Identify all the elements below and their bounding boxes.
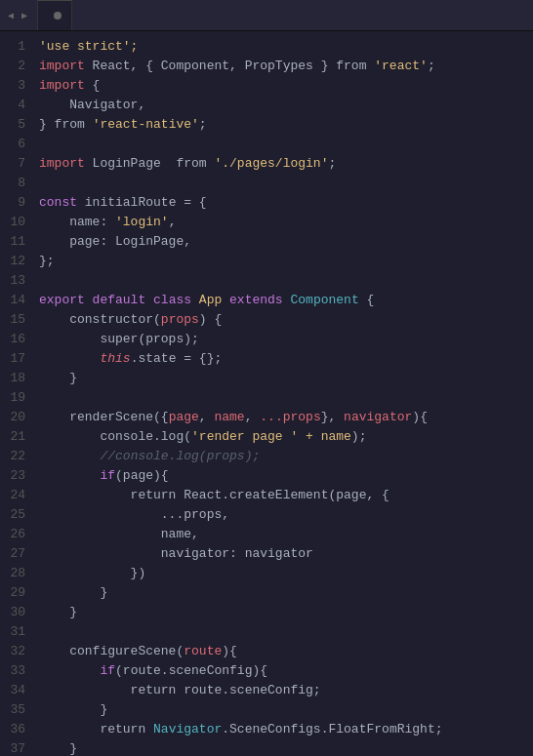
code-line: return React.createElement(page, {: [39, 486, 533, 505]
line-number: 8: [0, 174, 25, 193]
line-number: 14: [0, 291, 25, 310]
code-line: console.log('render page ' + name);: [39, 427, 533, 447]
code-line: name: 'login',: [39, 213, 533, 232]
tab-indexjs[interactable]: [37, 0, 72, 30]
line-number: 37: [0, 739, 25, 756]
code-line: }: [39, 700, 533, 720]
line-number: 27: [0, 544, 25, 564]
line-number: 22: [0, 447, 25, 466]
next-tab-arrow[interactable]: ▶: [18, 9, 31, 22]
code-line: this.state = {};: [39, 349, 533, 369]
code-line: }: [39, 603, 533, 622]
line-number: 18: [0, 369, 25, 388]
code-line: import React, { Component, PropTypes } f…: [39, 57, 533, 76]
code-line: [39, 271, 533, 291]
tab-navigation[interactable]: ◀ ▶: [4, 9, 31, 22]
code-line: [39, 622, 533, 642]
line-number: 24: [0, 486, 25, 505]
line-number: 35: [0, 700, 25, 720]
code-line: ...props,: [39, 505, 533, 525]
line-number: 26: [0, 525, 25, 544]
line-number: 1: [0, 37, 25, 57]
code-line: }: [39, 583, 533, 603]
code-line: };: [39, 252, 533, 271]
line-number: 29: [0, 583, 25, 603]
code-line: if(route.sceneConfig){: [39, 661, 533, 681]
line-number: 4: [0, 96, 25, 115]
line-number: 25: [0, 505, 25, 525]
line-number: 2: [0, 57, 25, 76]
code-line: Navigator,: [39, 96, 533, 115]
code-line: if(page){: [39, 466, 533, 486]
code-line: import LoginPage from './pages/login';: [39, 154, 533, 174]
code-area: 1234567891011121314151617181920212223242…: [0, 31, 533, 756]
line-number: 36: [0, 720, 25, 739]
code-line: 'use strict';: [39, 37, 533, 57]
line-number: 16: [0, 330, 25, 349]
code-line: page: LoginPage,: [39, 232, 533, 252]
code-line: return route.sceneConfig;: [39, 681, 533, 700]
code-line: name,: [39, 525, 533, 544]
line-number: 3: [0, 76, 25, 96]
line-number: 9: [0, 193, 25, 213]
line-numbers: 1234567891011121314151617181920212223242…: [0, 31, 35, 756]
code-line: super(props);: [39, 330, 533, 349]
line-number: 7: [0, 154, 25, 174]
line-number: 10: [0, 213, 25, 232]
code-line: import {: [39, 76, 533, 96]
line-number: 21: [0, 427, 25, 447]
line-number: 20: [0, 408, 25, 427]
code-line: return Navigator.SceneConfigs.FloatFromR…: [39, 720, 533, 739]
line-number: 28: [0, 564, 25, 583]
line-number: 32: [0, 642, 25, 661]
code-line: [39, 174, 533, 193]
editor: ◀ ▶ 123456789101112131415161718192021222…: [0, 0, 533, 756]
line-number: 30: [0, 603, 25, 622]
code-line: constructor(props) {: [39, 310, 533, 330]
tab-bar: ◀ ▶: [0, 0, 533, 31]
code-line: }: [39, 369, 533, 388]
line-number: 23: [0, 466, 25, 486]
code-line: const initialRoute = {: [39, 193, 533, 213]
line-number: 5: [0, 115, 25, 135]
prev-tab-arrow[interactable]: ◀: [4, 9, 18, 22]
code-content[interactable]: 'use strict';import React, { Component, …: [35, 31, 533, 756]
line-number: 19: [0, 388, 25, 408]
line-number: 34: [0, 681, 25, 700]
line-number: 33: [0, 661, 25, 681]
line-number: 13: [0, 271, 25, 291]
line-number: 6: [0, 135, 25, 154]
line-number: 31: [0, 622, 25, 642]
code-line: navigator: navigator: [39, 544, 533, 564]
line-number: 12: [0, 252, 25, 271]
code-line: } from 'react-native';: [39, 115, 533, 135]
tab-dot: [54, 12, 62, 20]
code-line: }): [39, 564, 533, 583]
code-line: [39, 135, 533, 154]
code-line: }: [39, 739, 533, 756]
code-line: [39, 388, 533, 408]
code-line: //console.log(props);: [39, 447, 533, 466]
code-line: export default class App extends Compone…: [39, 291, 533, 310]
code-line: configureScene(route){: [39, 642, 533, 661]
line-number: 17: [0, 349, 25, 369]
line-number: 15: [0, 310, 25, 330]
code-line: renderScene({page, name, ...props}, navi…: [39, 408, 533, 427]
line-number: 11: [0, 232, 25, 252]
